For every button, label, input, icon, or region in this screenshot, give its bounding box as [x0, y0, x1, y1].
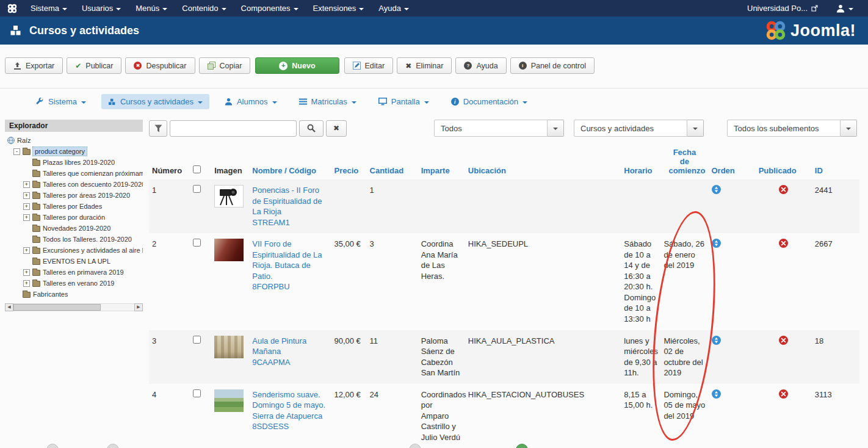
product-thumbnail[interactable]	[214, 336, 244, 358]
clear-search-button[interactable]: ✖	[326, 120, 347, 137]
col-fecha[interactable]: Fecha de comienzo	[660, 145, 708, 179]
category-filter-select[interactable]: Cursos y actividades	[574, 120, 704, 137]
explorer-node[interactable]: + Talleres con descuento 2019-2020	[5, 179, 143, 190]
order-icon[interactable]	[712, 187, 721, 196]
explorer-node[interactable]: Talleres que comienzan próximament	[5, 168, 143, 179]
collapse-toggle-icon[interactable]: -	[13, 148, 20, 155]
product-thumbnail[interactable]	[214, 185, 244, 208]
unpublished-icon[interactable]	[779, 391, 788, 400]
select-caret-button[interactable]	[841, 120, 857, 137]
col-orden[interactable]: Orden	[709, 145, 756, 179]
menu-label: Usuarios	[82, 4, 113, 13]
status-filter-select[interactable]: Todos	[434, 120, 564, 137]
expand-toggle-icon[interactable]: +	[23, 280, 30, 287]
col-nombre[interactable]: Nombre / Código	[249, 145, 331, 179]
subnav-cursos-y-actividades[interactable]: Cursos y actividades	[101, 94, 209, 109]
product-code-link[interactable]: 8SDSESS	[252, 421, 328, 432]
subnav-alumnos[interactable]: Alumnos	[218, 94, 284, 109]
explorer-node[interactable]: - product category	[5, 146, 143, 157]
order-icon[interactable]	[712, 391, 721, 400]
product-code-link[interactable]: 8FORPBU	[252, 281, 328, 292]
unpublished-icon[interactable]	[779, 187, 788, 196]
subnav-pantalla[interactable]: Pantalla	[372, 94, 436, 109]
subnav-sistema[interactable]: Sistema	[29, 94, 93, 109]
publish-button[interactable]: ✔ Publicar	[67, 57, 121, 74]
subnav-matriculas[interactable]: Matriculas	[292, 94, 363, 109]
row-checkbox[interactable]	[193, 336, 201, 344]
copy-button[interactable]: Copiar	[199, 57, 251, 74]
menu-menus[interactable]: Menús	[128, 0, 175, 16]
expand-toggle-icon[interactable]: +	[23, 247, 30, 254]
scrollbar-thumb[interactable]	[13, 304, 101, 311]
col-precio[interactable]: Precio	[331, 145, 366, 179]
col-ubicacion[interactable]: Ubicación	[465, 145, 621, 179]
expand-toggle-icon[interactable]: +	[23, 269, 30, 276]
product-name-link[interactable]: Aula de Pintura Mañana	[252, 336, 328, 357]
expand-toggle-icon[interactable]: +	[23, 181, 30, 188]
col-id[interactable]: ID	[812, 145, 859, 179]
unpublish-button[interactable]: ✖ Despublicar	[125, 57, 195, 74]
product-name-link[interactable]: Senderismo suave. Domingo 5 de mayo. Sie…	[252, 389, 328, 422]
scroll-left-button[interactable]: ◀	[5, 303, 13, 311]
search-button[interactable]	[299, 120, 324, 137]
explorer-horizontal-scrollbar[interactable]: ◀ ▶	[5, 303, 143, 311]
expand-toggle-icon[interactable]: +	[23, 192, 30, 199]
menu-sistema[interactable]: Sistema	[23, 0, 74, 16]
explorer-node-root[interactable]: Raíz	[5, 135, 143, 146]
unpublished-icon[interactable]	[779, 338, 788, 347]
select-caret-button[interactable]	[687, 120, 704, 137]
explorer-node[interactable]: Plazas libres 2019-2020	[5, 157, 143, 168]
row-checkbox[interactable]	[193, 239, 201, 247]
expand-toggle-icon[interactable]: +	[23, 203, 30, 210]
explorer-node[interactable]: + Talleres en primavera 2019	[5, 267, 143, 278]
col-cantidad[interactable]: Cantidad	[367, 145, 418, 179]
menu-usuarios[interactable]: Usuarios	[74, 0, 128, 16]
subnav-documentacion[interactable]: i Documentación	[444, 94, 534, 109]
explorer-node[interactable]: + Excursiones y actividades al aire libr…	[5, 245, 143, 256]
unpublished-icon[interactable]	[779, 240, 788, 250]
explorer-node[interactable]: + Talleres por Edades	[5, 201, 143, 212]
product-code-link[interactable]: 9CAAPMA	[252, 357, 328, 368]
subelements-filter-select[interactable]: Todos los subelementos	[727, 120, 857, 137]
delete-button[interactable]: ✖ Eliminar	[397, 57, 452, 74]
col-publicado[interactable]: Publicado	[756, 145, 812, 179]
explorer-node[interactable]: Todos los Talleres. 2019-2020	[5, 234, 143, 245]
help-button[interactable]: ? Ayuda	[455, 57, 506, 74]
search-input[interactable]	[170, 120, 297, 137]
explorer-node[interactable]: Fabricantes	[5, 289, 143, 300]
product-code-link[interactable]: STREAM1	[252, 217, 328, 228]
menu-componentes[interactable]: Componentes	[234, 0, 306, 16]
explorer-node[interactable]: + Talleres por duración	[5, 212, 143, 223]
select-caret-button[interactable]	[548, 120, 564, 137]
new-button[interactable]: + Nuevo	[255, 57, 339, 74]
explorer-node[interactable]: Novedades 2019-2020	[5, 223, 143, 234]
explorer-node[interactable]: + Talleres en verano 2019	[5, 278, 143, 289]
explorer-node[interactable]: EVENTOS EN LA UPL	[5, 256, 143, 267]
scrollbar-track[interactable]	[13, 303, 134, 311]
product-name-link[interactable]: Ponencias - II Foro de Espiritualidad de…	[252, 185, 328, 217]
row-checkbox[interactable]	[193, 185, 201, 193]
col-imparte[interactable]: Imparte	[418, 145, 465, 179]
user-menu[interactable]	[836, 4, 853, 13]
row-checkbox[interactable]	[193, 389, 201, 397]
col-horario[interactable]: Horario	[621, 145, 660, 179]
site-preview-link[interactable]: Universidad Po...	[747, 4, 818, 13]
product-name-link[interactable]: VII Foro de Espiritualidad de La Rioja. …	[252, 239, 328, 281]
edit-button[interactable]: Editar	[344, 57, 394, 74]
edit-icon	[353, 62, 361, 70]
menu-ayuda[interactable]: Ayuda	[371, 0, 416, 16]
product-thumbnail[interactable]	[214, 239, 244, 261]
explorer-node[interactable]: + Talleres por áreas 2019-2020	[5, 190, 143, 201]
order-icon[interactable]	[712, 338, 721, 347]
product-thumbnail[interactable]	[214, 389, 244, 412]
menu-extensiones[interactable]: Extensiones	[306, 0, 372, 16]
scroll-right-button[interactable]: ▶	[134, 303, 143, 311]
control-panel-button[interactable]: i Panel de control	[510, 57, 595, 74]
menu-contenido[interactable]: Contenido	[175, 0, 233, 16]
select-all-checkbox[interactable]	[193, 165, 201, 173]
user-icon	[836, 4, 845, 13]
expand-toggle-icon[interactable]: +	[23, 214, 30, 221]
filter-button[interactable]	[149, 120, 167, 137]
order-icon[interactable]	[712, 240, 721, 250]
export-button[interactable]: Exportar	[5, 57, 63, 74]
